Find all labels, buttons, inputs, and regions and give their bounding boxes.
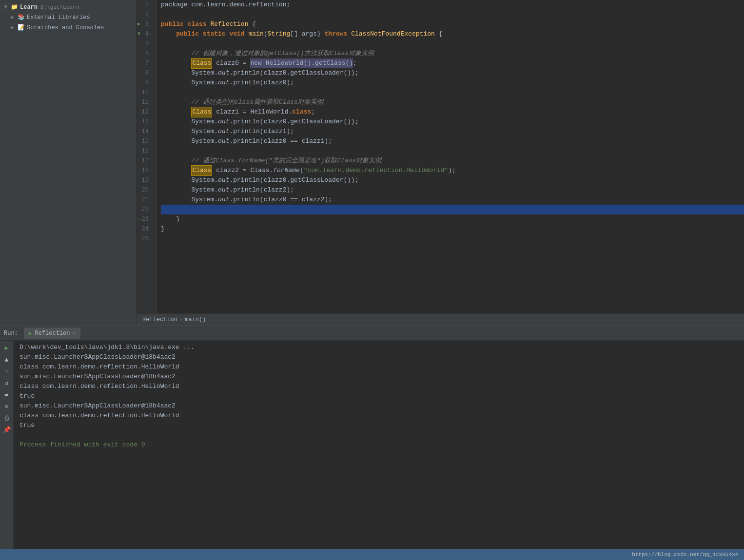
breadcrumb-bar: Reflection › main() <box>137 313 744 325</box>
code-line-13: System.out.println(clazz0.getClassLoader… <box>161 117 744 127</box>
code-line-15: System.out.println(clazz0 == clazz1); <box>161 136 744 146</box>
code-line-20: System.out.println(clazz2); <box>161 185 744 195</box>
line-number-13: 13 <box>137 117 153 127</box>
code-line-5 <box>161 39 744 49</box>
line-number-25: 25 <box>137 234 153 244</box>
bottom-tab-reflection[interactable]: ▶ Reflection ✕ <box>24 328 81 339</box>
scroll-up-button[interactable]: ▲ <box>1 354 12 365</box>
code-line-18: Class clazz2 = Class.forName("com.learn.… <box>161 166 744 175</box>
pin-button[interactable]: ≡ <box>1 401 12 412</box>
console-body: ▶ ▲ ▼ ↺ ⇌ ≡ ⎙ 📌 D:\work\dev_tools\Java\j… <box>0 341 744 549</box>
line-number-18: 18 <box>137 166 153 175</box>
project-icon: 📁 <box>11 3 18 11</box>
code-line-17: // 通过Class.forName("类的完全限定名")获取Class对象实例 <box>161 156 744 166</box>
code-area[interactable]: package com.learn.demo.reflection; publi… <box>157 0 744 313</box>
console-output: D:\work\dev_tools\Java\jdk1.8\bin\java.e… <box>14 341 744 549</box>
sidebar-item-external-libraries[interactable]: ▶ 📚 External Libraries <box>0 12 136 22</box>
code-line-10 <box>161 88 744 97</box>
code-line-22 <box>161 205 744 214</box>
line-number-19: 19 <box>137 175 153 185</box>
print-button[interactable]: ⎙ <box>1 413 12 424</box>
code-line-6: // 创建对象，通过对象的getClass()方法获取Class对象实例 <box>161 49 744 58</box>
sidebar-item-scratches[interactable]: ▶ 📝 Scratches and Consoles <box>0 22 136 33</box>
code-line-16 <box>161 146 744 156</box>
code-line-1: package com.learn.demo.reflection; <box>161 0 744 10</box>
line-number-20: 20 <box>137 185 153 195</box>
console-line-5: true <box>20 391 738 401</box>
gutter-icon-4[interactable]: ▼ <box>137 29 140 39</box>
code-line-19: System.out.println(clazz0.getClassLoader… <box>161 175 744 185</box>
line-number-22: 22 <box>137 205 153 214</box>
code-line-24: } <box>161 224 744 234</box>
breadcrumb-item-2: main() <box>185 316 206 323</box>
breadcrumb-separator: › <box>179 316 183 323</box>
bottom-panel: Run: ▶ Reflection ✕ ▶ ▲ ▼ ↺ ⇌ ≡ ⎙ 📌 D:\w… <box>0 325 744 549</box>
console-line-4: class com.learn.demo.reflection.HelloWor… <box>20 382 738 391</box>
run-icon: ▶ <box>29 330 32 336</box>
run-label: Run: <box>4 330 18 337</box>
close-tab-icon[interactable]: ✕ <box>73 330 76 336</box>
code-line-12: Class clazz1 = HelloWorld.class; <box>161 107 744 117</box>
line-number-2: 2 <box>137 10 153 19</box>
code-line-7: Class clazz0 = new HelloWorld().getClass… <box>161 58 744 68</box>
code-line-25 <box>161 234 744 244</box>
code-line-11: // 通过类型的class属性获取Class对象实例 <box>161 97 744 107</box>
line-number-11: 11 <box>137 97 153 107</box>
scratch-icon: 📝 <box>18 24 25 31</box>
gutter-icon-23[interactable]: ◻ <box>137 214 140 224</box>
code-line-4: public static void main(String[] args) t… <box>161 29 744 39</box>
run-button[interactable]: ▶ <box>1 343 12 353</box>
breadcrumb-item-1: Reflection <box>142 316 177 323</box>
code-line-21: System.out.println(clazz0 == clazz2); <box>161 195 744 205</box>
gutter-icon-3[interactable]: ▶ <box>137 19 140 29</box>
rerun-button[interactable]: ↺ <box>1 378 12 388</box>
sidebar-item-learn-label: Learn <box>20 4 38 11</box>
line-number-7: 7 <box>137 58 153 68</box>
code-line-2 <box>161 10 744 19</box>
sidebar-item-scratches-label: Scratches and Consoles <box>27 24 104 31</box>
scroll-down-button[interactable]: ▼ <box>1 366 12 377</box>
line-number-16: 16 <box>137 146 153 156</box>
arrow-icon-scratch: ▶ <box>11 24 18 31</box>
sidebar-item-learn-path: D:\git\Learn <box>40 4 79 10</box>
wrap-button[interactable]: ⇌ <box>1 389 12 400</box>
line-number-5: 5 <box>137 39 153 49</box>
code-line-9: System.out.println(clazz0); <box>161 78 744 88</box>
status-bar: https://blog.csdn.net/qq_42335434 <box>0 549 744 560</box>
console-line-1: sun.misc.Launcher$AppClassLoader@18b4aac… <box>20 352 738 362</box>
editor-area: 12▶3▼45678910111213141516171819202122◻23… <box>137 0 744 325</box>
editor-content: 12▶3▼45678910111213141516171819202122◻23… <box>137 0 744 313</box>
bottom-tabs: Run: ▶ Reflection ✕ <box>0 326 744 341</box>
status-url: https://blog.csdn.net/qq_42335434 <box>632 552 738 558</box>
console-line-0: D:\work\dev_tools\Java\jdk1.8\bin\java.e… <box>20 343 738 352</box>
arrow-icon-ext: ▶ <box>11 14 18 21</box>
line-number-21: 21 <box>137 195 153 205</box>
line-number-6: 6 <box>137 49 153 58</box>
line-number-15: 15 <box>137 136 153 146</box>
code-line-3: public class Reflection { <box>161 19 744 29</box>
line-number-4: ▼4 <box>137 29 153 39</box>
line-number-8: 8 <box>137 68 153 78</box>
console-line-6: sun.misc.Launcher$AppClassLoader@18b4aac… <box>20 401 738 411</box>
bottom-tab-label: Reflection <box>35 330 70 337</box>
line-number-10: 10 <box>137 88 153 97</box>
arrow-icon: ▼ <box>4 4 11 11</box>
line-number-9: 9 <box>137 78 153 88</box>
code-line-23: } <box>161 214 744 224</box>
line-number-3: ▶3 <box>137 19 153 29</box>
line-number-1: 1 <box>137 0 153 10</box>
console-line-2: class com.learn.demo.reflection.HelloWor… <box>20 362 738 372</box>
console-line-8: true <box>20 421 738 430</box>
sidebar-item-learn[interactable]: ▼ 📁 Learn D:\git\Learn <box>0 2 136 12</box>
console-line-7: class com.learn.demo.reflection.HelloWor… <box>20 411 738 421</box>
console-line-9 <box>20 430 738 440</box>
code-line-8: System.out.println(clazz0.getClassLoader… <box>161 68 744 78</box>
line-number-23: ◻23 <box>137 214 153 224</box>
line-number-12: 12 <box>137 107 153 117</box>
line-number-17: 17 <box>137 156 153 166</box>
console-line-3: sun.misc.Launcher$AppClassLoader@18b4aac… <box>20 372 738 382</box>
sidebar: ▼ 📁 Learn D:\git\Learn ▶ 📚 External Libr… <box>0 0 137 325</box>
code-line-14: System.out.println(clazz1); <box>161 127 744 136</box>
close-button[interactable]: 📌 <box>1 425 12 435</box>
library-icon: 📚 <box>18 14 25 21</box>
